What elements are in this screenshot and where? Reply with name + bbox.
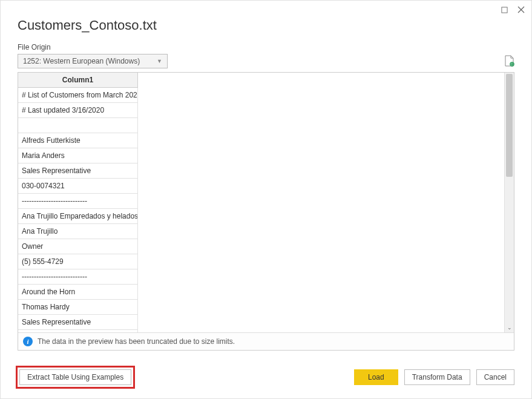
load-button[interactable]: Load <box>354 369 398 385</box>
file-origin-select[interactable]: 1252: Western European (Windows) ▼ <box>18 54 168 68</box>
preview-pane: Column1 # List of Customers from March 2… <box>18 72 514 351</box>
document-icon[interactable] <box>505 55 514 67</box>
scroll-down-icon[interactable]: ⌄ <box>505 323 514 332</box>
file-origin-label: File Origin <box>18 43 514 51</box>
table-row: Alfreds Futterkiste <box>18 133 138 148</box>
table-row: # Last updated 3/16/2020 <box>18 102 138 117</box>
table-row: Owner <box>18 239 138 254</box>
table-cell[interactable]: Thomas Hardy <box>18 299 138 314</box>
info-message: The data in the preview has been truncat… <box>38 337 235 346</box>
table-cell[interactable]: --------------------------- <box>18 269 138 284</box>
table-row: --------------------------- <box>18 193 138 208</box>
table-cell[interactable]: 030-0074321 <box>18 178 138 193</box>
close-icon[interactable] <box>517 5 525 14</box>
table-cell[interactable]: (171) 555-7788 <box>18 329 138 332</box>
table-cell[interactable]: Maria Anders <box>18 148 138 163</box>
transform-data-button[interactable]: Transform Data <box>404 369 470 385</box>
info-icon: i <box>23 337 33 346</box>
table-row <box>18 117 138 133</box>
table-cell[interactable]: Owner <box>18 239 138 254</box>
table-cell[interactable]: Around the Horn <box>18 284 138 299</box>
table-row: Maria Anders <box>18 148 138 163</box>
table-cell[interactable]: Sales Representative <box>18 163 138 178</box>
table-cell[interactable]: # List of Customers from March 2020 <box>18 87 138 102</box>
table-cell[interactable]: # Last updated 3/16/2020 <box>18 102 138 117</box>
extract-table-button[interactable]: Extract Table Using Examples <box>19 369 131 385</box>
table-row: 030-0074321 <box>18 178 138 193</box>
maximize-icon[interactable] <box>500 5 508 14</box>
table-row: (171) 555-7788 <box>18 329 138 332</box>
table-cell[interactable]: Ana Trujillo <box>18 223 138 239</box>
chevron-down-icon: ▼ <box>157 58 162 64</box>
preview-table: Column1 # List of Customers from March 2… <box>18 73 138 332</box>
table-row: (5) 555-4729 <box>18 254 138 269</box>
scrollbar-thumb[interactable] <box>506 74 513 177</box>
table-row: --------------------------- <box>18 269 138 284</box>
table-row: Sales Representative <box>18 163 138 178</box>
column-header[interactable]: Column1 <box>18 73 138 87</box>
table-row: Around the Horn <box>18 284 138 299</box>
info-bar: i The data in the preview has been trunc… <box>18 332 514 350</box>
table-row: Sales Representative <box>18 314 138 329</box>
table-cell[interactable]: Sales Representative <box>18 314 138 329</box>
svg-rect-0 <box>501 7 507 12</box>
table-cell[interactable]: Alfreds Futterkiste <box>18 133 138 148</box>
table-row: Thomas Hardy <box>18 299 138 314</box>
table-row: # List of Customers from March 2020 <box>18 87 138 102</box>
table-cell[interactable]: Ana Trujillo Emparedados y helados <box>18 208 138 223</box>
dialog-title: Customers_Contoso.txt <box>1 1 531 43</box>
vertical-scrollbar[interactable]: ⌄ <box>504 73 514 332</box>
table-cell[interactable]: --------------------------- <box>18 193 138 208</box>
cancel-button[interactable]: Cancel <box>476 369 514 385</box>
file-origin-value: 1252: Western European (Windows) <box>23 57 140 65</box>
table-row: Ana Trujillo Emparedados y helados <box>18 208 138 223</box>
table-row: Ana Trujillo <box>18 223 138 239</box>
table-cell[interactable]: (5) 555-4729 <box>18 254 138 269</box>
table-cell[interactable] <box>18 117 138 133</box>
